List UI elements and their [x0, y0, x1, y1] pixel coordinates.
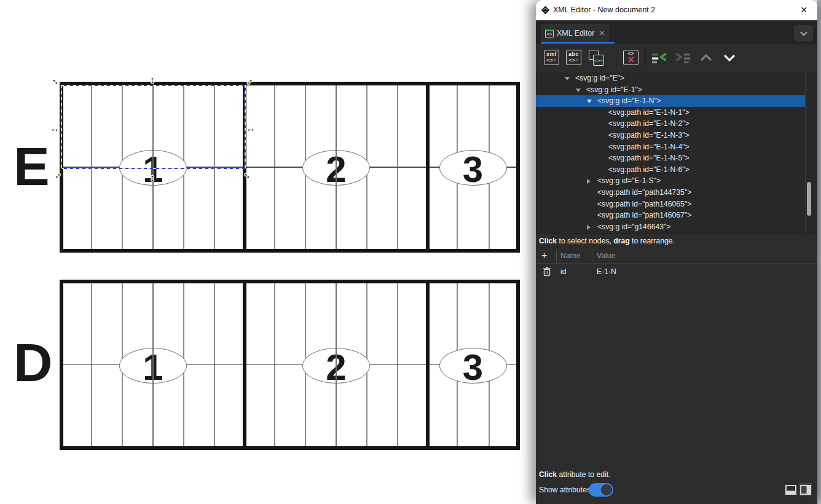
layout-vertical-button[interactable] [799, 483, 812, 496]
inkscape-logo-icon [541, 6, 550, 15]
tab-overflow-button[interactable] [794, 25, 813, 41]
column-separator [592, 250, 592, 262]
tree-node-label: <svg:g id="E"> [575, 73, 624, 84]
screen-edge-strip [817, 0, 821, 504]
tree-scrollbar-thumb[interactable] [807, 182, 811, 216]
xml-toolbar: xml <>+ abc <>+ <>+ <> ✕ [536, 44, 817, 73]
number-ellipse[interactable]: 3 [439, 348, 507, 384]
row-letter-label[interactable]: D [14, 335, 53, 390]
unindent-node-button[interactable] [652, 53, 669, 70]
toolbar-separator [645, 49, 646, 68]
grid-center-vline [336, 85, 337, 249]
tree-node[interactable]: <svg:g id="E-1-N"> [536, 95, 805, 107]
attribute-name-header: Name [560, 248, 581, 263]
dialog-title: XML Editor - New document 2 [553, 0, 655, 20]
tree-node-label: <svg:path id="E-1-N-5"> [608, 152, 689, 164]
move-node-down-button[interactable] [721, 52, 739, 69]
show-attributes-toggle[interactable] [589, 483, 613, 497]
selection-overlay: ↔ ↕ ↔ ↔ ↔ ↔ ↕ ↔ [61, 85, 246, 169]
indent-node-button[interactable] [675, 53, 692, 70]
dialog-footer: Show attributes [536, 482, 817, 499]
canvas-section[interactable]: 2 [243, 82, 430, 253]
tree-node[interactable]: <svg:path id="path144735"> [536, 187, 805, 199]
tree-node[interactable]: <svg:g id="E"> [536, 73, 805, 84]
tree-node-label: <svg:g id="E-1-N"> [597, 95, 661, 107]
tree-node-label: <svg:path id="E-1-N-6"> [608, 164, 689, 176]
new-text-node-button[interactable]: abc <>+ [566, 50, 583, 67]
tree-node[interactable]: <svg:path id="path146067"> [536, 210, 805, 221]
toggle-knob [601, 484, 612, 495]
attribute-value[interactable]: E-1-N [597, 264, 616, 280]
delete-attribute-icon[interactable] [543, 267, 551, 279]
tree-node[interactable]: <svg:path id="E-1-N-5"> [536, 152, 805, 164]
attribute-name[interactable]: id [560, 264, 567, 280]
xml-editor-dialog: XML Editor - New document 2 ✕ <> XML Edi… [536, 0, 817, 504]
grid-center-vline [336, 283, 337, 446]
attribute-row[interactable]: idE-1-N [536, 264, 817, 280]
chevron-down-icon [721, 52, 737, 63]
scale-handle-middle-right-icon[interactable]: ↔ [246, 124, 256, 133]
layout-horizontal-button[interactable] [784, 483, 797, 496]
tree-node-label: <svg:path id="E-1-N-4"> [608, 141, 689, 153]
tree-node[interactable]: <svg:g id="E-1"> [536, 84, 805, 96]
tree-node-label: <svg:path id="E-1-N-2"> [608, 118, 689, 130]
active-tab-underline [541, 42, 615, 44]
scale-handle-middle-left-icon[interactable]: ↔ [50, 124, 60, 133]
add-attribute-button[interactable]: + [541, 248, 547, 263]
tab-close-icon[interactable]: ✕ [597, 29, 605, 37]
xml-node-tree[interactable]: <svg:g id="E"><svg:g id="E-1"><svg:g id=… [536, 73, 817, 233]
delete-node-icon: <> ✕ [623, 50, 638, 65]
toolbar-separator [616, 49, 616, 68]
tab-label: XML Editor [557, 29, 594, 37]
attribute-table-header: + Name Value [536, 248, 817, 264]
tree-node[interactable]: <svg:path id="E-1-N-2"> [536, 118, 805, 130]
tree-scrollbar-track [805, 73, 806, 233]
new-element-node-icon: xml <>+ [544, 50, 559, 65]
horizontal-split-icon [785, 485, 796, 495]
move-node-up-button[interactable] [698, 52, 715, 69]
canvas-section[interactable]: 3 [426, 280, 520, 450]
tab-xml-editor[interactable]: <> XML Editor ✕ [541, 24, 609, 42]
tree-node[interactable]: <svg:g id="E-1-S"> [536, 175, 805, 187]
tree-node-label: <svg:path id="E-1-N-3"> [608, 130, 689, 141]
new-element-node-button[interactable]: xml <>+ [544, 50, 561, 67]
attribute-hint-text: Click attribute to edit. [539, 470, 611, 479]
duplicate-node-icon: <>+ [588, 50, 605, 66]
xml-editor-tab-icon: <> [545, 30, 554, 37]
dialog-close-button[interactable]: ✕ [795, 0, 812, 20]
tree-node[interactable]: <svg:path id="E-1-N-6"> [536, 164, 805, 176]
expander-expanded-icon[interactable] [576, 89, 581, 92]
tree-node-label: <svg:g id="E-1"> [586, 84, 642, 96]
canvas-section[interactable]: 3 [426, 82, 520, 253]
attribute-table-body: idE-1-N [536, 264, 817, 280]
dialog-titlebar[interactable]: XML Editor - New document 2 ✕ [536, 0, 817, 20]
vertical-split-icon [800, 485, 811, 495]
grid-center-vline [152, 283, 154, 446]
row-letter-label[interactable]: E [14, 139, 50, 194]
duplicate-node-button[interactable]: <>+ [588, 50, 605, 67]
attribute-value-header: Value [597, 248, 615, 263]
tree-node[interactable]: <svg:path id="E-1-N-3"> [536, 130, 805, 141]
delete-node-button[interactable]: <> ✕ [623, 50, 640, 67]
canvas-section[interactable]: 2 [243, 280, 430, 450]
show-attributes-label: Show attributes [539, 482, 591, 498]
tree-node[interactable]: <svg:path id="E-1-N-4"> [536, 141, 805, 153]
scale-handle-top-middle-icon[interactable]: ↕ [150, 75, 155, 84]
scale-handle-bottom-middle-icon[interactable]: ↕ [150, 173, 155, 182]
canvas-section[interactable]: 1 [60, 280, 246, 450]
selection-edge-bottom [61, 168, 246, 169]
tree-node[interactable]: <svg:path id="E-1-N-1"> [536, 107, 805, 119]
number-ellipse[interactable]: 3 [439, 150, 507, 186]
expander-expanded-icon[interactable] [565, 77, 570, 81]
expander-expanded-icon[interactable] [587, 100, 592, 103]
selection-edge-left [61, 85, 62, 169]
new-text-node-icon: abc <>+ [566, 50, 581, 65]
tree-node-label: <svg:path id="path146067"> [597, 210, 691, 221]
tree-node[interactable]: <svg:path id="path146065"> [536, 199, 805, 210]
tree-node[interactable]: <svg:g id="g146643"> [536, 221, 805, 233]
selection-edge-top [61, 85, 246, 86]
expander-collapsed-icon[interactable] [587, 179, 591, 184]
expander-collapsed-icon[interactable] [587, 225, 591, 230]
tree-node-label: <svg:g id="E-1-S"> [597, 175, 661, 187]
tree-node-label: <svg:path id="path146065"> [597, 199, 691, 210]
